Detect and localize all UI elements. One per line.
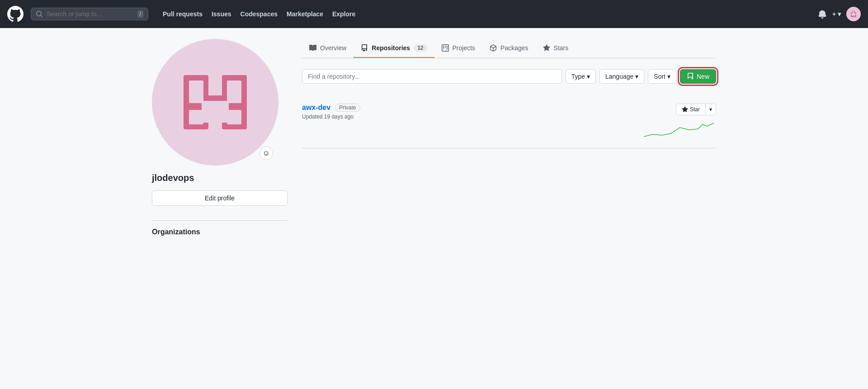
svg-rect-15 (227, 110, 241, 124)
nav-links: Pull requests Issues Codespaces Marketpl… (159, 9, 359, 19)
github-logo[interactable] (7, 6, 24, 22)
star-button[interactable]: Star (676, 104, 706, 115)
repo-right-actions: Star ▾ (644, 104, 716, 139)
nav-pull-requests[interactable]: Pull requests (159, 9, 206, 19)
repo-updated-text: Updated 19 days ago (302, 114, 644, 120)
star-icon (682, 106, 688, 113)
book-icon (309, 44, 316, 52)
tab-stars[interactable]: Stars (536, 39, 576, 58)
language-filter-button[interactable]: Language ▾ (599, 69, 644, 84)
edit-profile-button[interactable]: Edit profile (152, 190, 288, 206)
main-layout: ☺ jlodevops Edit profile Organizations O… (145, 28, 723, 247)
avatar-image (152, 39, 278, 166)
repo-search-input[interactable] (302, 69, 562, 84)
tab-packages[interactable]: Packages (482, 39, 535, 58)
svg-rect-14 (189, 110, 203, 124)
repo-star-actions: Star ▾ (676, 104, 716, 115)
package-icon (490, 44, 497, 52)
repository-filters: Type ▾ Language ▾ Sort ▾ New (302, 69, 716, 84)
activity-sparkline (644, 121, 716, 139)
sidebar-divider (152, 220, 288, 221)
type-filter-button[interactable]: Type ▾ (566, 69, 596, 84)
star-icon (543, 44, 550, 52)
svg-rect-4 (852, 13, 855, 16)
avatar-emoji-button[interactable]: ☺ (259, 147, 273, 160)
new-menu-button[interactable]: + ▾ (832, 10, 841, 18)
svg-rect-5 (851, 11, 852, 12)
repo-info: awx-dev Private Updated 19 days ago (302, 104, 644, 120)
repo-visibility-badge: Private (335, 104, 360, 112)
new-repository-button[interactable]: New (680, 69, 716, 84)
svg-rect-6 (855, 11, 856, 12)
notifications-button[interactable] (818, 9, 827, 19)
svg-rect-13 (202, 101, 229, 123)
repo-name-link[interactable]: awx-dev (302, 104, 330, 112)
repositories-count: 12 (414, 44, 427, 52)
username: jlodevops (152, 173, 288, 183)
svg-rect-12 (227, 81, 241, 103)
svg-rect-11 (189, 81, 203, 103)
repository-list: awx-dev Private Updated 19 days ago Star (302, 95, 716, 148)
profile-tabs: Overview Repositories 12 Projects Packa (302, 39, 716, 58)
keyboard-shortcut: / (137, 10, 143, 18)
profile-content: Overview Repositories 12 Projects Packa (302, 39, 716, 236)
avatar-container: ☺ (152, 39, 278, 166)
tab-overview[interactable]: Overview (302, 39, 354, 58)
repo-icon (361, 44, 368, 52)
nav-marketplace[interactable]: Marketplace (283, 9, 327, 19)
top-navigation: / Pull requests Issues Codespaces Market… (0, 0, 868, 28)
repo-name-row: awx-dev Private (302, 104, 644, 112)
tab-projects[interactable]: Projects (434, 39, 483, 58)
profile-sidebar: ☺ jlodevops Edit profile Organizations (152, 39, 288, 236)
project-icon (442, 44, 449, 52)
search-input[interactable] (47, 10, 134, 18)
nav-codespaces[interactable]: Codespaces (237, 9, 281, 19)
profile-avatar (152, 39, 278, 166)
chevron-down-icon: ▾ (667, 73, 670, 80)
sort-filter-button[interactable]: Sort ▾ (648, 69, 676, 84)
search-box[interactable]: / (31, 8, 148, 20)
nav-right-actions: + ▾ (818, 7, 861, 21)
search-icon (36, 10, 43, 18)
repo-icon (687, 73, 694, 80)
tab-repositories[interactable]: Repositories 12 (354, 39, 434, 58)
table-row: awx-dev Private Updated 19 days ago Star (302, 95, 716, 148)
star-dropdown-button[interactable]: ▾ (706, 104, 716, 115)
nav-explore[interactable]: Explore (329, 9, 359, 19)
organizations-heading: Organizations (152, 228, 288, 236)
nav-issues[interactable]: Issues (208, 9, 235, 19)
user-avatar-button[interactable] (846, 7, 861, 21)
chevron-down-icon: ▾ (587, 73, 590, 80)
chevron-down-icon: ▾ (635, 73, 638, 80)
